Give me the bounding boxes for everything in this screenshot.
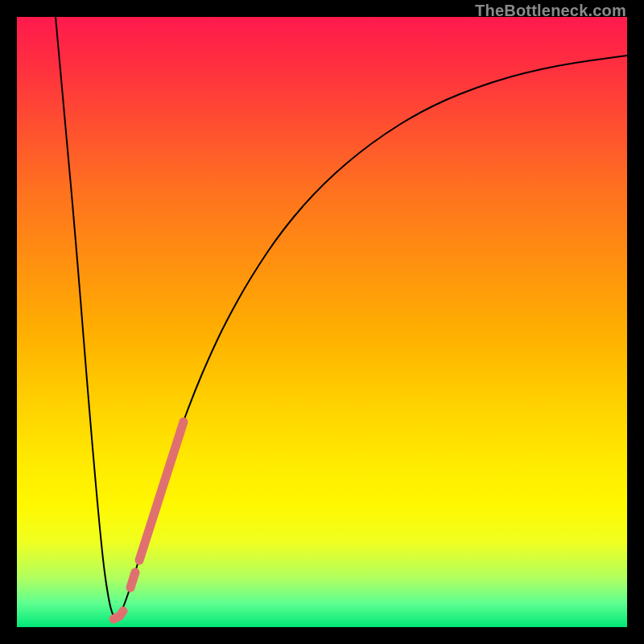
highlight-segment bbox=[114, 611, 123, 619]
highlight-segment bbox=[139, 422, 184, 560]
curve-svg bbox=[17, 17, 627, 627]
plot-area bbox=[17, 17, 627, 627]
highlight-segments bbox=[114, 422, 184, 619]
chart-container: TheBottleneck.com bbox=[0, 0, 644, 644]
bottleneck-curve bbox=[56, 17, 627, 617]
highlight-segment bbox=[130, 572, 135, 588]
watermark-text: TheBottleneck.com bbox=[475, 2, 626, 20]
